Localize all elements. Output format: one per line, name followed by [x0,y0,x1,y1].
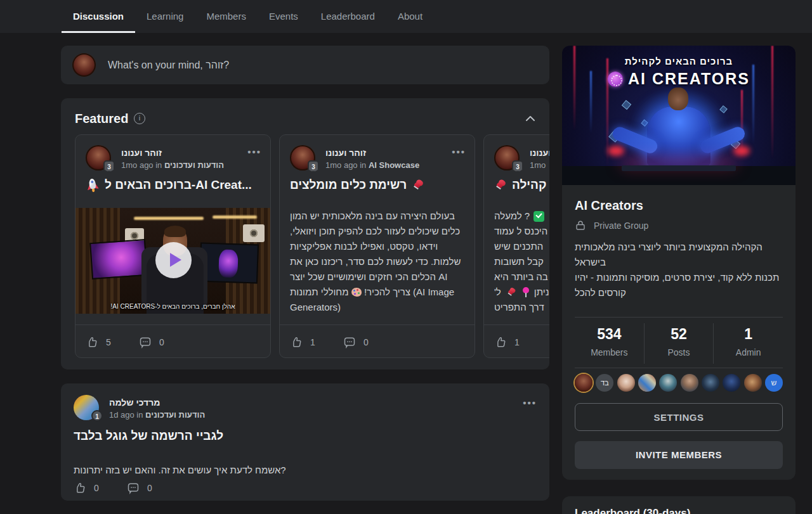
studio-light [213,215,257,219]
tab-events[interactable]: Events [258,0,310,33]
group-stats: 534 Members 52 Posts 1 Admin [575,323,783,364]
tab-members[interactable]: Members [195,0,258,33]
user-avatar[interactable] [72,53,96,77]
top-nav: Discussion Learning Members Events Leade… [0,0,812,33]
member-avatar[interactable] [575,374,593,392]
info-icon[interactable]: i [134,113,145,124]
post-category[interactable]: AI Showcase [369,160,419,170]
post-meta: 1d ago in הודעות ועדכונים [109,410,205,420]
member-avatar[interactable] [744,374,762,392]
roundpin-icon [521,286,530,298]
comment-button[interactable] [139,336,152,349]
post-time: 1mo ago in [325,160,369,170]
member-avatar-initials[interactable]: ש [765,374,783,392]
member-avatar[interactable] [723,374,740,392]
comment-button[interactable] [343,336,356,349]
post-body: ? למעלה היכנס ל עמוד התכנים שיש קבל תשוב… [494,209,549,315]
post-body-text: התכנים שיש [494,239,543,254]
tab-about[interactable]: About [386,0,434,33]
stat-admin[interactable]: 1 Admin [713,323,783,364]
members-label: Members [575,347,644,357]
like-button[interactable] [74,482,86,494]
member-avatar-initials[interactable]: בד [596,374,613,392]
post-meta: 1mo ago in AI Showcase [325,160,419,170]
composer-placeholder[interactable]: What's on your mind, זוהר? [108,46,229,84]
privacy-label: Private Group [594,221,648,231]
like-count: 0 [94,483,109,493]
banner-art [622,100,631,110]
admin-count: 1 [714,326,783,343]
post-category[interactable]: הודעות ועדכונים [145,410,205,420]
post-title-text: רשימת כלים מומלצים [290,178,407,192]
banner-figure [668,87,688,110]
author-name[interactable]: זוהר וענונו [325,148,366,158]
post-time: 1mo [530,160,546,170]
comment-button[interactable] [127,482,140,494]
posts-count: 52 [645,326,714,343]
author-name[interactable]: זוהר וענונו [121,148,162,158]
studio-light [134,217,204,220]
feed-post[interactable]: 1 מרדכי שלמה 1d ago in הודעות ועדכונים •… [61,383,549,501]
like-button[interactable] [86,336,98,349]
post-body: בעולם היצירה עם בינה מלאכותית יש המון כל… [290,209,464,315]
member-avatar[interactable] [659,374,677,392]
banner-welcome-text: ברוכים הבאים לקהילת [562,56,796,67]
speaker [243,224,265,242]
divider [575,317,783,318]
stat-posts[interactable]: 52 Posts [644,323,714,364]
like-count: 1 [310,337,325,347]
invite-members-button[interactable]: INVITE MEMBERS [575,441,783,469]
post-title: רשימת כלים מומלצים [290,178,464,192]
featured-post-tools[interactable]: 3 זוהר וענונו 1mo ago in AI Showcase •••… [279,134,475,358]
nav-tabs: Discussion Learning Members Events Leade… [62,0,434,33]
post-meta: 1mo [530,160,546,170]
post-body-text: דרך התפריט [494,300,544,315]
video-thumbnail[interactable]: אהלן חברים, ברוכים הבאים ל-AI CREATORS! [75,208,270,314]
member-avatar[interactable] [702,374,719,392]
play-icon[interactable] [155,242,192,278]
privacy-row: Private Group [575,219,648,232]
level-badge: 3 [308,160,319,172]
like-button[interactable] [494,336,507,349]
post-title: ברוכים הבאים ל-AI Creat... [86,178,260,192]
post-time: 1d ago in [109,410,145,420]
like-count: 5 [106,337,121,347]
group-sidebar: ברוכים הבאים לקהילת AI CREATORS AI Creat… [562,46,796,480]
member-avatars-row: בד ש [575,374,783,392]
featured-post-welcome[interactable]: 3 זוהר וענונו 1mo ago in הודעות ועדכונים… [75,134,271,358]
check-icon [534,211,544,222]
level-badge: 1 [91,410,103,421]
divider [575,368,783,368]
pushpin-icon [412,179,424,191]
lock-icon [575,219,586,232]
featured-post-community[interactable]: 3 זוהר וענונו 1mo קהילה ? למעלה היכנס ל … [483,134,549,358]
post-category[interactable]: הודעות ועדכונים [164,160,224,170]
settings-button[interactable]: SETTINGS [575,403,783,431]
tab-discussion[interactable]: Discussion [62,0,135,33]
pushpin-icon [494,179,507,191]
stat-members[interactable]: 534 Members [575,323,644,364]
level-badge: 3 [103,160,115,172]
tab-learning[interactable]: Learning [135,0,195,33]
like-button[interactable] [290,336,303,349]
tab-leaderboard[interactable]: Leaderboard [310,0,386,33]
post-body-text: ל' [494,285,501,300]
group-name: AI Creators [575,198,643,213]
kebab-menu-icon[interactable]: ••• [247,146,261,157]
rocket-icon [86,178,100,192]
kebab-menu-icon[interactable]: ••• [452,146,466,157]
author-name[interactable]: מרדכי שלמה [109,397,160,408]
banner-figure [733,146,750,156]
post-body: אשמח לדעת איך עושים את זה. והאם יש בזה י… [74,465,286,475]
post-meta: 1mo ago in הודעות ועדכונים [121,160,224,170]
post-body-text: קבל תשובות [494,254,544,269]
member-avatar[interactable] [617,374,635,392]
chevron-up-icon[interactable] [525,113,535,124]
like-count: 1 [514,337,530,347]
monitor-right [199,242,259,283]
author-name[interactable]: זוהר וענונו [530,148,549,158]
post-composer[interactable]: What's on your mind, זוהר? [61,46,549,84]
member-avatar[interactable] [681,374,698,392]
member-avatar[interactable] [638,374,656,392]
kebab-menu-icon[interactable]: ••• [523,397,537,408]
